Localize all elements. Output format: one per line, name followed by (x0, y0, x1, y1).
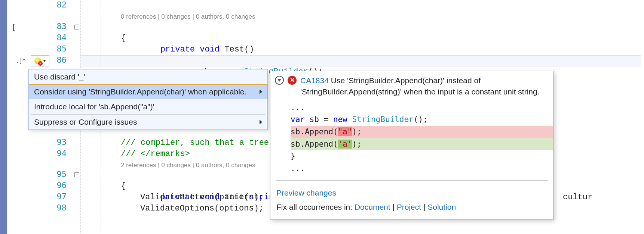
fix-all-label: Fix all occurrences in: (276, 203, 355, 211)
code-text: ValidatePattern(pattern); (140, 192, 264, 203)
line-number: 95 (37, 169, 67, 179)
line-number: 98 (37, 203, 67, 212)
line-number: 82 (37, 0, 67, 9)
collapse-toggle[interactable] (275, 76, 284, 85)
fix-project-link[interactable]: Project (397, 203, 421, 211)
outline-toggle[interactable]: − (74, 25, 79, 29)
fix-solution-link[interactable]: Solution (427, 203, 456, 211)
quick-actions-menu: Use discard '_' Consider using 'StringBu… (28, 69, 268, 130)
code-text: { (121, 33, 126, 44)
line-number: 83 (37, 22, 67, 31)
submenu-arrow-icon (260, 120, 262, 124)
margin-glyph-text: .]^ (16, 58, 26, 65)
chevron-down-icon (43, 60, 46, 62)
error-icon: ✕ (288, 76, 297, 85)
qa-item-suppress-configure[interactable]: Suppress or Configure issues (29, 115, 267, 130)
editor-margin (7, 0, 29, 234)
separator (276, 180, 548, 181)
margin-bracket: [ (11, 22, 16, 32)
rule-id: CA1834 (300, 76, 329, 85)
line-number: 94 (37, 149, 67, 158)
line-number: 93 (37, 137, 67, 147)
codelens[interactable]: 0 references | 0 changes | 0 authors, 0 … (121, 11, 255, 22)
quick-actions-lightbulb[interactable]: × (31, 55, 49, 66)
qa-item-append-char[interactable]: Consider using 'StringBuilder.Append(cha… (29, 84, 267, 99)
qa-item-introduce-local[interactable]: Introduce local for 'sb.Append("a")' (29, 99, 267, 114)
code-comment: /// </remarks> (121, 149, 190, 160)
code-text: ValidateOptions(options); (140, 203, 264, 214)
submenu-arrow-icon (260, 90, 262, 94)
qa-item-use-discard[interactable]: Use discard '_' (29, 69, 267, 84)
chevron-down-icon (277, 79, 281, 82)
window-left-strip (0, 0, 7, 234)
line-number: 84 (37, 33, 67, 42)
outline-toggle[interactable]: − (74, 172, 79, 177)
diff-preview: ... var sb = new StringBuilder(); sb.App… (270, 102, 553, 178)
preview-changes-link[interactable]: Preview changes (276, 188, 336, 197)
diagnostic-message: CA1834 Use 'StringBuilder.Append(char)' … (300, 75, 548, 98)
quick-action-preview: ✕ CA1834 Use 'StringBuilder.Append(char)… (270, 71, 553, 220)
fix-document-link[interactable]: Document (355, 203, 390, 211)
line-number: 85 (37, 44, 67, 53)
line-number: 97 (37, 192, 67, 201)
diff-removed-line: sb.Append("a"); (291, 126, 553, 138)
diff-added-line: sb.Append('a'); (291, 138, 553, 150)
code-comment: compiler, such that a tree s (141, 138, 279, 147)
lightbulb-icon: × (34, 57, 41, 64)
line-number: 96 (37, 181, 67, 190)
